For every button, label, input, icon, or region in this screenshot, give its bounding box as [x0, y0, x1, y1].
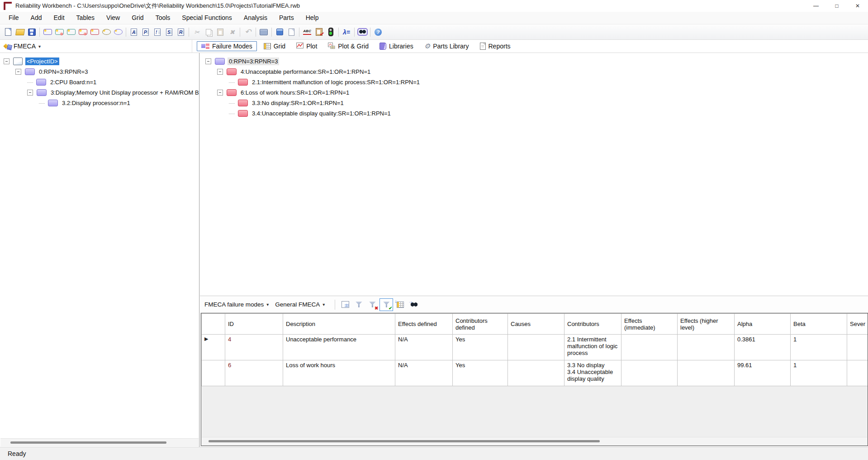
contributors-defined-cell[interactable]: Yes — [453, 360, 508, 386]
collapse-expander-icon[interactable] — [4, 58, 9, 64]
verify-button[interactable]: ✔ — [313, 26, 325, 38]
effects-higher-cell[interactable] — [678, 360, 735, 386]
tab-plot-and-grid[interactable]: Plot & Grid — [324, 42, 373, 51]
tab-libraries[interactable]: Libraries — [375, 42, 417, 51]
col-selector[interactable] — [202, 314, 225, 335]
format-dropdown[interactable]: General FMECA ▾ — [275, 301, 325, 308]
analysis-doc-a-button[interactable]: A — [128, 26, 140, 38]
col-causes[interactable]: Causes — [508, 314, 564, 335]
apply-filter-button[interactable]: ✔ — [379, 298, 393, 311]
id-cell[interactable]: 4 — [225, 335, 283, 360]
causes-cell[interactable] — [508, 360, 564, 386]
contributors-defined-cell[interactable]: Yes — [453, 335, 508, 360]
spellcheck-button[interactable]: ABC — [301, 26, 313, 38]
tree-item-rpn-root[interactable]: 0:RPN=3:RPNR=3 — [200, 56, 868, 67]
menu-view[interactable]: View — [100, 12, 126, 24]
add-block-teal-button[interactable] — [65, 26, 77, 38]
tab-grid[interactable]: Grid — [260, 42, 289, 51]
effects-defined-cell[interactable]: N/A — [395, 360, 453, 386]
undo-button[interactable]: ↶ — [242, 26, 254, 38]
cut-button[interactable]: ✂ — [191, 26, 203, 38]
severity-cell[interactable] — [847, 360, 868, 386]
menu-special-functions[interactable]: Special Functions — [176, 12, 238, 24]
col-alpha[interactable]: Alpha — [735, 314, 791, 335]
delete-button[interactable]: ✖ — [226, 26, 238, 38]
col-description[interactable]: Description — [283, 314, 395, 335]
paste-button[interactable] — [214, 26, 226, 38]
menu-edit[interactable]: Edit — [47, 12, 70, 24]
tree-item-no-display[interactable]: 3.3:No display:SR=1:OR=1:RPN=1 — [200, 98, 868, 108]
effects-defined-cell[interactable]: N/A — [395, 335, 453, 360]
menu-help[interactable]: Help — [300, 12, 325, 24]
row-selector-cell[interactable] — [202, 360, 225, 386]
menu-parts[interactable]: Parts — [273, 12, 300, 24]
grid-hscrollbar[interactable] — [202, 437, 867, 445]
menu-file[interactable]: File — [3, 12, 25, 24]
tree-item-loss-of-work-hours[interactable]: 6:Loss of work hours:SR=1:OR=1:RPN=1 — [200, 87, 868, 98]
export-doc-button[interactable] — [285, 26, 297, 38]
tree-item-display-processor[interactable]: 3.2:Display processor:n=1 — [0, 98, 199, 108]
module-selector-dropdown[interactable]: FMECA ▾ — [0, 43, 192, 50]
contributors-cell[interactable]: 2.1 Intermittent malfunction of logic pr… — [564, 335, 621, 360]
beta-cell[interactable]: 1 — [791, 360, 847, 386]
severity-cell[interactable] — [847, 335, 868, 360]
effects-higher-cell[interactable] — [678, 335, 735, 360]
save-project-button[interactable] — [26, 26, 38, 38]
tree-item-unacceptable-display-quality[interactable]: 3.4:Unacceptable display quality:SR=1:OR… — [200, 108, 868, 119]
add-block-red-cause-button[interactable] — [77, 26, 89, 38]
failure-rate-button[interactable]: λ= — [341, 26, 352, 38]
effects-immediate-cell[interactable] — [621, 335, 678, 360]
doc-s-button[interactable]: S — [163, 26, 175, 38]
tree-item-system[interactable]: 0:RPN=3:RPNR=3 — [0, 67, 199, 77]
add-block-purple-button[interactable] — [42, 26, 53, 38]
find-button[interactable] — [356, 26, 368, 38]
tree-item-cpu-board[interactable]: 2:CPU Board:n=1 — [0, 77, 199, 87]
col-beta[interactable]: Beta — [791, 314, 847, 335]
col-contributors[interactable]: Contributors — [564, 314, 621, 335]
menu-tables[interactable]: Tables — [71, 12, 100, 24]
contributors-cell[interactable]: 3.3 No display 3.4 Unacceptable display … — [564, 360, 621, 386]
copy-button[interactable] — [203, 26, 214, 38]
tab-reports[interactable]: Reports — [476, 42, 515, 51]
effects-immediate-cell[interactable] — [621, 360, 678, 386]
minimize-button[interactable]: — — [806, 0, 826, 12]
add-block-red-button[interactable] — [89, 26, 100, 38]
new-project-button[interactable] — [2, 26, 14, 38]
collapse-expander-icon[interactable] — [27, 90, 33, 96]
col-severity[interactable]: Sever — [847, 314, 868, 335]
scrollbar-thumb[interactable] — [10, 441, 166, 444]
maximize-button[interactable]: □ — [826, 0, 847, 12]
tree-item-display[interactable]: 3:Display;Memory Unit Display processor … — [0, 87, 199, 98]
tab-failure-modes[interactable]: Failure Modes — [197, 41, 257, 51]
description-cell[interactable]: Loss of work hours — [283, 360, 395, 386]
menu-grid[interactable]: Grid — [126, 12, 149, 24]
grid-properties-button[interactable] — [339, 299, 351, 311]
menu-add[interactable]: Add — [25, 12, 48, 24]
collapse-expander-icon[interactable] — [15, 69, 21, 75]
open-project-button[interactable] — [14, 26, 26, 38]
tab-parts-library[interactable]: ⚙ Parts Library — [420, 42, 473, 51]
clear-filter-button[interactable]: ✖ — [366, 299, 379, 311]
grid-export-button[interactable]: ↓ — [394, 299, 407, 311]
parts-doc-p-button[interactable]: P — [140, 26, 152, 38]
view-dropdown[interactable]: FMECA failure modes ▾ — [204, 301, 269, 308]
close-button[interactable]: ✕ — [847, 0, 868, 12]
add-ellipse-olive-button[interactable] — [100, 26, 112, 38]
collapse-expander-icon[interactable] — [205, 58, 211, 64]
alpha-cell[interactable]: 0.3861 — [735, 335, 791, 360]
menu-tools[interactable]: Tools — [150, 12, 176, 24]
collapse-expander-icon[interactable] — [217, 69, 223, 75]
filter-button[interactable] — [352, 299, 365, 311]
find-next-button[interactable]: → — [408, 299, 420, 311]
col-effects-immediate[interactable]: Effects (immediate) — [621, 314, 678, 335]
doc-exclaim-button[interactable]: ! — [152, 26, 163, 38]
doc-r-button[interactable]: R — [175, 26, 187, 38]
tree-item-project[interactable]: <ProjectID> — [0, 56, 199, 67]
scrollbar-thumb[interactable] — [209, 440, 600, 442]
tree-item-unacceptable-performance[interactable]: 4:Unacceptable performance:SR=1:OR=1:RPN… — [200, 67, 868, 77]
copy-tables-button[interactable] — [258, 26, 270, 38]
help-button[interactable]: ? — [372, 26, 384, 38]
row-selector-cell[interactable]: ▶ — [202, 335, 225, 360]
col-effects-higher-level[interactable]: Effects (higher level) — [678, 314, 735, 335]
parts-cube-button[interactable] — [274, 26, 285, 38]
